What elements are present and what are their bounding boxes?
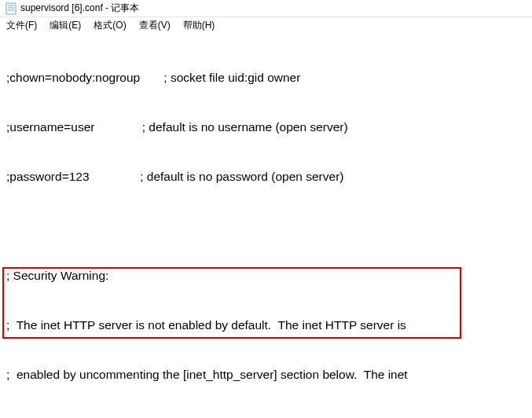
menu-help[interactable]: 帮助(H): [180, 19, 218, 32]
text-line: ;chown=nobody:nogroup ; socket file uid:…: [6, 69, 526, 86]
notepad-icon: [5, 2, 17, 15]
title-bar: supervisord [6].conf - 记事本: [0, 0, 532, 17]
menu-edit[interactable]: 编辑(E): [46, 19, 84, 32]
text-line: ; Security Warning:: [6, 267, 526, 284]
text-line: ; The inet HTTP server is not enabled by…: [6, 317, 526, 333]
text-line: ; enabled by uncommenting the [inet_http…: [6, 366, 526, 383]
window-title: supervisord [6].conf - 记事本: [20, 2, 139, 15]
text-line: ;password=123 ; default is no password (…: [6, 168, 526, 185]
text-line: ;username=user ; default is no username …: [6, 119, 526, 135]
menu-bar: 文件(F) 编辑(E) 格式(O) 查看(V) 帮助(H): [0, 17, 532, 33]
menu-view[interactable]: 查看(V): [136, 19, 174, 32]
text-line: [6, 218, 526, 234]
menu-format[interactable]: 格式(O): [90, 19, 129, 32]
editor-area[interactable]: ;chown=nobody:nogroup ; socket file uid:…: [0, 33, 532, 418]
menu-file[interactable]: 文件(F): [3, 19, 40, 32]
svg-rect-0: [6, 3, 16, 14]
